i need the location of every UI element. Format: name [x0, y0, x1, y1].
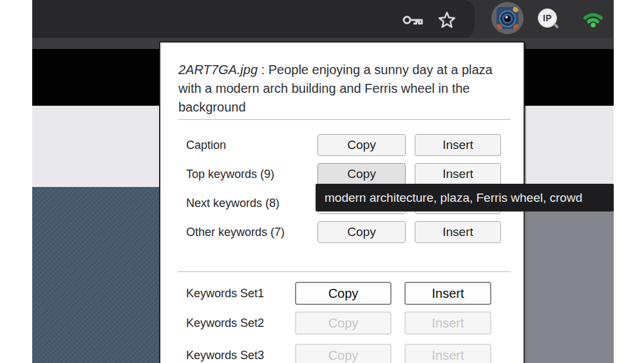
- other-keywords-insert-button[interactable]: Insert: [415, 221, 501, 243]
- set3-insert-button-disabled: Insert: [404, 344, 491, 363]
- other-keywords-copy-button[interactable]: Copy: [317, 221, 406, 243]
- row-label: Keywords Set3: [186, 344, 264, 363]
- divider: [178, 271, 511, 272]
- row-label: Keywords Set2: [186, 311, 264, 335]
- screenshot-canvas: IP 2ART7GA.jpg : People enjoying a sunny…: [0, 0, 644, 363]
- keywords-set3-row: Keywords Set3 Copy Insert: [160, 344, 524, 363]
- proxy-wifi-extension-icon[interactable]: [583, 11, 603, 29]
- row-label: Next keywords (8): [186, 192, 279, 214]
- captioning-extension-icon[interactable]: [497, 7, 518, 29]
- divider: [178, 119, 511, 120]
- magnifier-handle-icon: [553, 23, 559, 28]
- password-key-icon[interactable]: [401, 13, 424, 27]
- caption-insert-button[interactable]: Insert: [415, 134, 501, 156]
- wifi-icon: [583, 12, 603, 28]
- set2-insert-button-disabled: Insert: [404, 311, 491, 335]
- top-keywords-row: Top keywords (9) Copy Insert: [160, 163, 524, 185]
- filename-caption-separator: :: [258, 63, 269, 77]
- set2-copy-button-disabled: Copy: [295, 311, 392, 335]
- keywords-set1-row: Keywords Set1 Copy Insert: [160, 282, 524, 305]
- set3-copy-button-disabled: Copy: [295, 344, 392, 363]
- star-icon: [437, 10, 457, 30]
- row-label: Caption: [186, 134, 226, 156]
- keywords-preview-tooltip: modern architecture, plaza, Ferris wheel…: [316, 184, 614, 211]
- other-keywords-row: Other keywords (7) Copy Insert: [160, 221, 524, 243]
- row-label: Keywords Set1: [186, 282, 264, 305]
- key-icon: [402, 13, 424, 27]
- page-background-gray-panel: [526, 187, 614, 363]
- set1-copy-button[interactable]: Copy: [295, 282, 392, 305]
- image-filename: 2ART7GA.jpg: [178, 63, 258, 77]
- row-label: Top keywords (9): [186, 163, 274, 185]
- top-keywords-insert-button[interactable]: Insert: [415, 163, 501, 185]
- keywords-set2-row: Keywords Set2 Copy Insert: [160, 311, 524, 335]
- set1-insert-button[interactable]: Insert: [404, 282, 491, 305]
- page-background-blue-texture: [32, 187, 159, 363]
- caption-row: Caption Copy Insert: [160, 134, 524, 156]
- caption-copy-button[interactable]: Copy: [317, 134, 406, 156]
- bookmark-star-icon[interactable]: [437, 10, 457, 30]
- row-label: Other keywords (7): [186, 221, 285, 243]
- top-keywords-copy-button[interactable]: Copy: [317, 163, 406, 185]
- browser-toolbar: IP: [32, 0, 614, 38]
- ip-badge-label: IP: [543, 13, 552, 23]
- image-caption-header: 2ART7GA.jpg : People enjoying a sunny da…: [178, 61, 515, 117]
